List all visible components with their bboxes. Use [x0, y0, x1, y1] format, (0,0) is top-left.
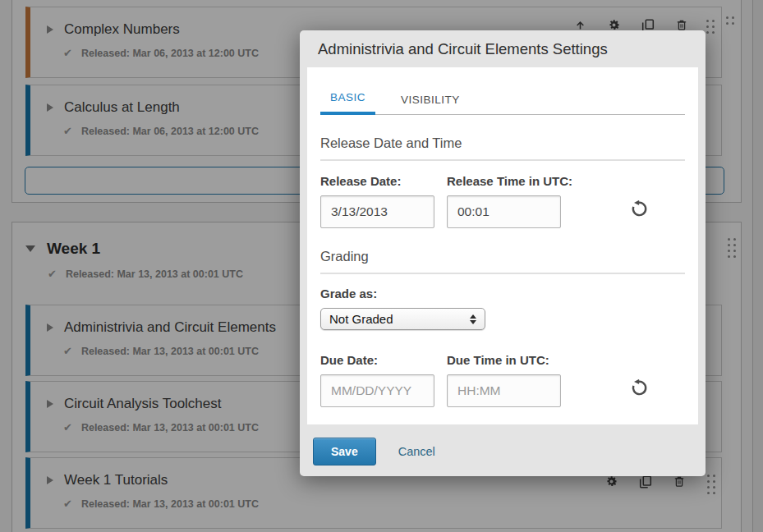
- modal-title: Administrivia and Circuit Elements Setti…: [318, 40, 608, 58]
- modal-actions: Save Cancel: [300, 424, 706, 466]
- due-time-label: Due Time in UTC:: [447, 353, 603, 367]
- due-date-label: Due Date:: [320, 353, 447, 367]
- release-date-input[interactable]: [320, 195, 434, 228]
- due-date-input[interactable]: [320, 374, 434, 407]
- grade-as-select[interactable]: Not Graded: [320, 308, 485, 330]
- grade-as-selected-value: Not Graded: [329, 312, 393, 326]
- select-arrows-icon: [470, 314, 476, 324]
- reset-due-date-button[interactable]: [631, 379, 648, 399]
- reset-release-date-button[interactable]: [631, 200, 648, 220]
- tab-basic[interactable]: BASIC: [320, 91, 375, 115]
- cancel-link[interactable]: Cancel: [398, 445, 435, 458]
- release-date-label: Release Date:: [320, 174, 447, 188]
- tab-visibility[interactable]: VISIBILITY: [391, 94, 470, 114]
- due-time-input[interactable]: [447, 374, 561, 407]
- reset-icon: [631, 208, 648, 220]
- release-section-heading: Release Date and Time: [320, 135, 685, 161]
- reset-icon: [631, 387, 648, 399]
- settings-modal: Administrivia and Circuit Elements Setti…: [300, 30, 706, 476]
- grade-as-label: Grade as:: [320, 287, 685, 300]
- release-time-input[interactable]: [447, 195, 561, 228]
- save-button[interactable]: Save: [313, 438, 376, 466]
- grading-section-heading: Grading: [320, 249, 685, 274]
- modal-tabs: BASIC VISIBILITY: [320, 67, 685, 115]
- modal-content: BASIC VISIBILITY Release Date and Time R…: [307, 67, 698, 424]
- release-time-label: Release Time in UTC:: [447, 174, 603, 188]
